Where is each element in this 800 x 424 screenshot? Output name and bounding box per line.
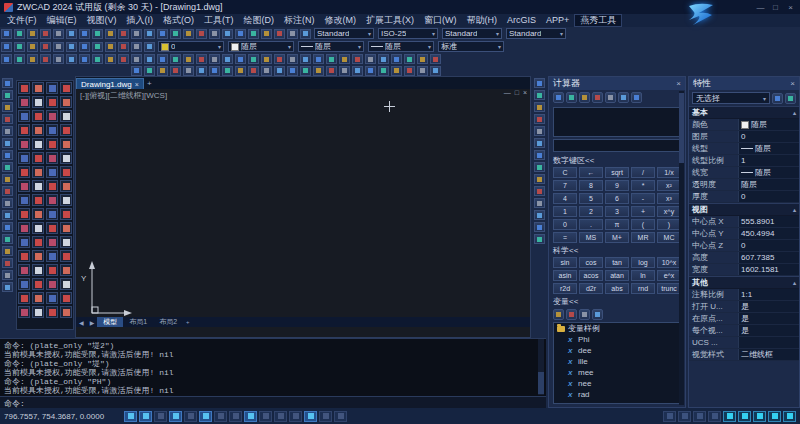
- toolbar-icon[interactable]: [170, 66, 181, 76]
- status-toggle[interactable]: [229, 411, 242, 422]
- draw-toolbar-icon[interactable]: [2, 126, 13, 136]
- toolbar-icon[interactable]: [300, 66, 311, 76]
- toolbar-icon[interactable]: [144, 29, 155, 39]
- palette-icon[interactable]: [32, 250, 44, 262]
- menu-item-6[interactable]: 工具(T): [199, 14, 239, 27]
- status-icon[interactable]: [708, 411, 721, 422]
- toolbar-icon[interactable]: [105, 29, 116, 39]
- toolbar-icon[interactable]: [183, 66, 194, 76]
- toolbar-icon[interactable]: [313, 54, 324, 64]
- palette-icon[interactable]: [18, 208, 30, 220]
- calc-button[interactable]: -: [631, 193, 655, 204]
- toolbar-icon[interactable]: [248, 66, 259, 76]
- palette-icon[interactable]: [32, 222, 44, 234]
- toolbar-icon[interactable]: [261, 66, 272, 76]
- toolbar-icon[interactable]: [183, 54, 194, 64]
- draw-toolbar-icon[interactable]: [2, 270, 13, 280]
- toolbar-icon[interactable]: [235, 54, 246, 64]
- palette-icon[interactable]: [46, 166, 58, 178]
- toolbar-icon[interactable]: [40, 29, 51, 39]
- intersection-icon[interactable]: [618, 92, 629, 103]
- calculator-scrollbar[interactable]: [679, 91, 684, 405]
- calc-button[interactable]: C: [553, 167, 577, 178]
- status-toggle[interactable]: [154, 411, 167, 422]
- toolbar-icon[interactable]: [66, 54, 77, 64]
- property-group-header[interactable]: 其他▴: [689, 276, 799, 289]
- palette-icon[interactable]: [60, 110, 72, 122]
- status-icon[interactable]: [783, 411, 796, 422]
- status-icon[interactable]: [738, 411, 751, 422]
- minimize-icon[interactable]: —: [753, 0, 768, 14]
- layout-tab-布局1[interactable]: 布局1: [123, 317, 153, 327]
- property-value[interactable]: 0: [738, 131, 799, 142]
- palette-icon[interactable]: [46, 208, 58, 220]
- property-value[interactable]: 1:1: [738, 289, 799, 300]
- palette-icon[interactable]: [18, 278, 30, 290]
- modify-toolbar-icon[interactable]: [534, 78, 545, 88]
- palette-icon[interactable]: [46, 236, 58, 248]
- calc-sci-button[interactable]: r2d: [553, 283, 577, 294]
- get-coordinates-icon[interactable]: [579, 92, 590, 103]
- toolbar-icon[interactable]: [157, 29, 168, 39]
- palette-icon[interactable]: [46, 110, 58, 122]
- palette-icon[interactable]: [18, 166, 30, 178]
- calc-button[interactable]: 8: [579, 180, 603, 191]
- toolbar-icon[interactable]: [105, 54, 116, 64]
- toolbar-icon[interactable]: [196, 66, 207, 76]
- palette-icon[interactable]: [32, 166, 44, 178]
- toolbar-icon[interactable]: [274, 66, 285, 76]
- toolbar-icon[interactable]: [79, 42, 90, 52]
- dim-style-combo[interactable]: ISO-25▾: [378, 28, 438, 39]
- calc-button[interactable]: =: [553, 232, 577, 243]
- palette-icon[interactable]: [18, 138, 30, 150]
- calc-button[interactable]: 5: [579, 193, 603, 204]
- modify-toolbar-icon[interactable]: [534, 150, 545, 160]
- calc-sci-button[interactable]: e^x: [657, 270, 681, 281]
- angle-icon[interactable]: [605, 92, 616, 103]
- status-toggle[interactable]: [169, 411, 182, 422]
- draw-toolbar-icon[interactable]: [2, 258, 13, 268]
- calc-button[interactable]: x^y: [657, 206, 681, 217]
- toolbar-icon[interactable]: [352, 54, 363, 64]
- variable-item-mee[interactable]: xmee: [554, 367, 680, 378]
- toolbar-icon[interactable]: [131, 54, 142, 64]
- toolbar-icon[interactable]: [27, 29, 38, 39]
- palette-icon[interactable]: [32, 138, 44, 150]
- toolbar-icon[interactable]: [79, 29, 90, 39]
- toolbar-icon[interactable]: [339, 66, 350, 76]
- variable-item-rad[interactable]: xrad: [554, 389, 680, 400]
- numpad-section-label[interactable]: 数字键区<<: [549, 153, 685, 167]
- return-value-icon[interactable]: [592, 309, 603, 320]
- property-value[interactable]: 607.7385: [738, 252, 799, 263]
- property-group-header[interactable]: 基本▴: [689, 106, 799, 119]
- palette-icon[interactable]: [32, 96, 44, 108]
- palette-icon[interactable]: [60, 208, 72, 220]
- palette-icon[interactable]: [18, 124, 30, 136]
- menu-item-7[interactable]: 绘图(D): [239, 14, 280, 27]
- palette-icon[interactable]: [46, 250, 58, 262]
- property-value[interactable]: 二维线框: [738, 349, 799, 360]
- palette-icon[interactable]: [60, 124, 72, 136]
- layout-prev-icon[interactable]: ◀: [76, 319, 87, 326]
- calc-button[interactable]: MC: [657, 232, 681, 243]
- calc-button[interactable]: MS: [579, 232, 603, 243]
- toolbar-icon[interactable]: [430, 66, 441, 76]
- menu-item-13[interactable]: ArcGIS: [502, 14, 541, 27]
- property-value[interactable]: 0: [738, 240, 799, 251]
- calc-button[interactable]: MR: [631, 232, 655, 243]
- new-tab-icon[interactable]: +: [144, 78, 155, 89]
- calc-sci-button[interactable]: asin: [553, 270, 577, 281]
- toolbar-icon[interactable]: [66, 29, 77, 39]
- palette-icon[interactable]: [46, 278, 58, 290]
- calc-button[interactable]: 7: [553, 180, 577, 191]
- menu-item-10[interactable]: 扩展工具(X): [361, 14, 419, 27]
- property-value[interactable]: 555.8901: [738, 216, 799, 227]
- toolbar-icon[interactable]: [300, 54, 311, 64]
- status-icon[interactable]: [678, 411, 691, 422]
- palette-icon[interactable]: [18, 180, 30, 192]
- toolbar-icon[interactable]: [261, 54, 272, 64]
- toolbar-icon[interactable]: [352, 66, 363, 76]
- toolbar-icon[interactable]: [27, 42, 38, 52]
- toolbar-icon[interactable]: [183, 29, 194, 39]
- toolbar-icon[interactable]: [92, 54, 103, 64]
